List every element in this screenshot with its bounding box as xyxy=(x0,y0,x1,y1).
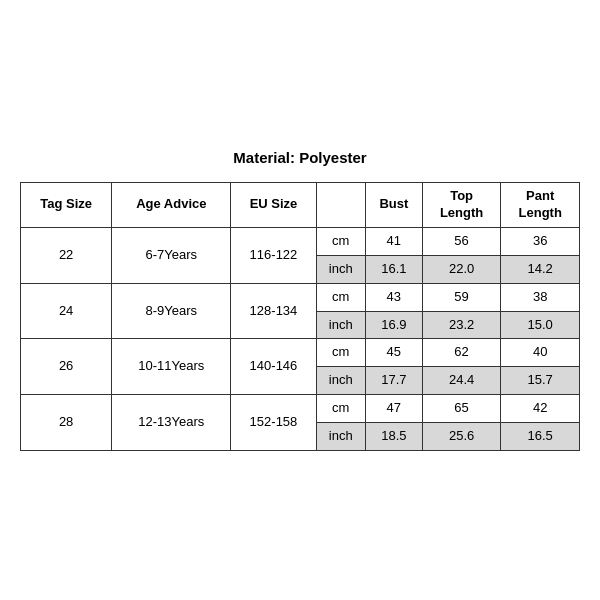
pant-length-cm-cell: 40 xyxy=(501,339,580,367)
eu-size-cell: 140-146 xyxy=(231,339,316,395)
age-advice-cell: 8-9Years xyxy=(112,283,231,339)
pant-length-inch-cell: 16.5 xyxy=(501,423,580,451)
header-bust: Bust xyxy=(365,183,422,228)
top-length-cm-cell: 65 xyxy=(422,395,501,423)
pant-length-inch-cell: 15.7 xyxy=(501,367,580,395)
unit-cm-cell: cm xyxy=(316,395,365,423)
bust-inch-cell: 16.1 xyxy=(365,255,422,283)
unit-inch-cell: inch xyxy=(316,255,365,283)
unit-inch-cell: inch xyxy=(316,367,365,395)
pant-length-inch-cell: 15.0 xyxy=(501,311,580,339)
age-advice-cell: 10-11Years xyxy=(112,339,231,395)
unit-inch-cell: inch xyxy=(316,311,365,339)
bust-cm-cell: 41 xyxy=(365,227,422,255)
tag-size-cell: 28 xyxy=(21,395,112,451)
age-advice-cell: 6-7Years xyxy=(112,227,231,283)
bust-inch-cell: 17.7 xyxy=(365,367,422,395)
top-length-inch-cell: 25.6 xyxy=(422,423,501,451)
table-row: 26 10-11Years 140-146 cm 45 62 40 xyxy=(21,339,580,367)
bust-cm-cell: 45 xyxy=(365,339,422,367)
unit-cm-cell: cm xyxy=(316,339,365,367)
eu-size-cell: 116-122 xyxy=(231,227,316,283)
header-top-length: TopLength xyxy=(422,183,501,228)
unit-inch-cell: inch xyxy=(316,423,365,451)
pant-length-cm-cell: 42 xyxy=(501,395,580,423)
header-tag-size: Tag Size xyxy=(21,183,112,228)
pant-length-cm-cell: 36 xyxy=(501,227,580,255)
age-advice-cell: 12-13Years xyxy=(112,395,231,451)
header-pant-length: PantLength xyxy=(501,183,580,228)
page-title: Material: Polyester xyxy=(20,149,580,166)
top-length-cm-cell: 56 xyxy=(422,227,501,255)
eu-size-cell: 128-134 xyxy=(231,283,316,339)
top-length-inch-cell: 23.2 xyxy=(422,311,501,339)
main-container: Material: Polyester Tag Size Age Advice … xyxy=(20,139,580,461)
top-length-cm-cell: 62 xyxy=(422,339,501,367)
tag-size-cell: 26 xyxy=(21,339,112,395)
bust-cm-cell: 43 xyxy=(365,283,422,311)
header-eu-size: EU Size xyxy=(231,183,316,228)
bust-cm-cell: 47 xyxy=(365,395,422,423)
pant-length-inch-cell: 14.2 xyxy=(501,255,580,283)
tag-size-cell: 24 xyxy=(21,283,112,339)
top-length-cm-cell: 59 xyxy=(422,283,501,311)
pant-length-cm-cell: 38 xyxy=(501,283,580,311)
eu-size-cell: 152-158 xyxy=(231,395,316,451)
unit-cm-cell: cm xyxy=(316,227,365,255)
top-length-inch-cell: 22.0 xyxy=(422,255,501,283)
tag-size-cell: 22 xyxy=(21,227,112,283)
top-length-inch-cell: 24.4 xyxy=(422,367,501,395)
unit-cm-cell: cm xyxy=(316,283,365,311)
bust-inch-cell: 16.9 xyxy=(365,311,422,339)
bust-inch-cell: 18.5 xyxy=(365,423,422,451)
header-unit xyxy=(316,183,365,228)
size-table: Tag Size Age Advice EU Size Bust TopLeng… xyxy=(20,182,580,451)
table-row: 22 6-7Years 116-122 cm 41 56 36 xyxy=(21,227,580,255)
table-row: 24 8-9Years 128-134 cm 43 59 38 xyxy=(21,283,580,311)
header-age-advice: Age Advice xyxy=(112,183,231,228)
table-row: 28 12-13Years 152-158 cm 47 65 42 xyxy=(21,395,580,423)
